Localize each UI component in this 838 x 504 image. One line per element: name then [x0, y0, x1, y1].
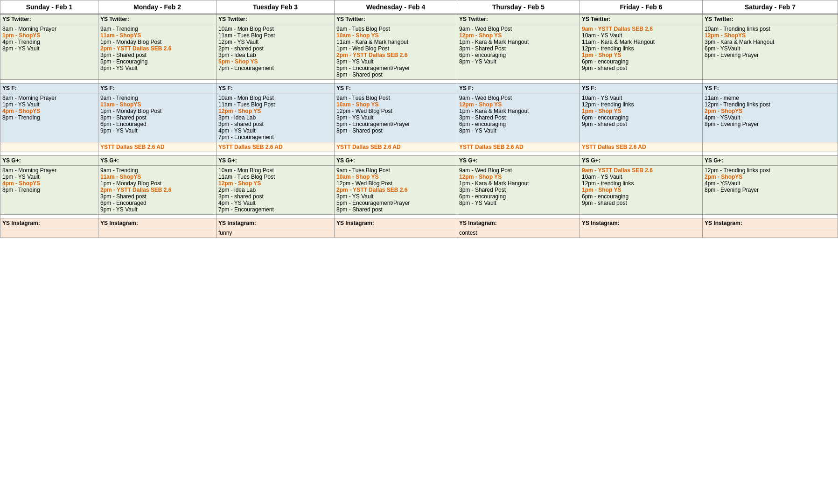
cell-line: 10am - YS Vault	[582, 174, 700, 180]
ad-cell-fri: YSTT Dallas SEB 2.6 AD	[580, 142, 703, 152]
table-cell: 9am - Tues Blog Post10am - Shop YS11am -…	[335, 24, 457, 80]
cell-line: 9am - Tues Blog Post	[336, 167, 455, 174]
table-cell: 9am - Trending11am - ShopYS1pm - Monday …	[98, 93, 216, 142]
cell-line: 9pm - YS Vault	[100, 127, 214, 134]
section-label-twitter-fri: YS Twitter:	[580, 14, 703, 24]
table-cell: 8am - Morning Prayer1pm - YS Vault4pm - …	[0, 166, 98, 215]
section-label-ysf-sun: YS F:	[0, 84, 98, 93]
cell-line: 12pm - Shop YS	[218, 108, 332, 114]
cell-line: 10am - Shop YS	[336, 101, 455, 108]
section-label-instagram-sat: YS Instagram:	[703, 218, 838, 228]
cell-line: 10am - YS Vault	[582, 95, 700, 101]
table-cell: 9am - Wed Blog Post12pm - Shop YS1pm - K…	[457, 93, 580, 142]
cell-line: 8pm - Trending	[2, 114, 96, 121]
section-label-ysf-fri: YS F:	[580, 84, 703, 93]
spacer-cell	[98, 80, 216, 84]
cell-line: 4pm - Trending	[2, 39, 96, 45]
cell-line: 11am - ShopYS	[100, 174, 214, 180]
cell-line: 2pm - ShopYS	[705, 108, 836, 114]
section-label-twitter-mon: YS Twitter:	[98, 14, 216, 24]
cell-line: 4pm - YSVault	[705, 180, 836, 187]
section-label-twitter-sun: YS Twitter:	[0, 14, 98, 24]
cell-line: 9pm - shared post	[582, 121, 700, 127]
ad-cell-sat	[703, 142, 838, 152]
table-cell: 10am - Trending links post12pm - ShopYS3…	[703, 24, 838, 80]
cell-line: 7pm - Encouragement	[218, 206, 332, 213]
cell-line: 3pm - Shared post	[100, 114, 214, 121]
cell-line: 12pm - Wed Blog Post	[336, 108, 455, 114]
cell-line: 1pm - Shop YS	[582, 52, 700, 58]
cell-line: 9am - Tues Blog Post	[336, 95, 455, 101]
table-cell: 9am - Trending11am - ShopYS1pm - Monday …	[98, 166, 216, 215]
section-label-twitter-wed: YS Twitter:	[335, 14, 457, 24]
cell-line: 12pm - YS Vault	[218, 39, 332, 45]
cell-line: 8am - Morning Prayer	[2, 26, 96, 32]
cell-line: 3pm - YS Vault	[336, 114, 455, 121]
section-label-ysf-tue: YS F:	[216, 84, 335, 93]
cell-line: 12pm - Shop YS	[459, 32, 578, 39]
cell-line: 8am - Morning Prayer	[2, 95, 96, 101]
cell-line: 3pm - YS Vault	[336, 193, 455, 200]
cell-line: 4pm - ShopYS	[2, 108, 96, 114]
cell-line: 3pm - shared post	[218, 193, 332, 200]
section-label-twitter-thu: YS Twitter:	[457, 14, 580, 24]
cell-line: 12pm - Trending links post	[705, 101, 836, 108]
cell-line: 9pm - shared post	[582, 200, 700, 206]
table-cell: 9am - YSTT Dallas SEB 2.610am - YS Vault…	[580, 24, 703, 80]
cell-line: 2pm - YSTT Dallas SEB 2.6	[100, 187, 214, 193]
cell-line: 3pm - Shared post	[100, 193, 214, 200]
cell-line: 9pm - shared post	[582, 65, 700, 71]
cell-line: 9am - Trending	[100, 167, 214, 174]
table-cell: contest	[457, 228, 580, 238]
section-label-instagram-sun: YS Instagram:	[0, 218, 98, 228]
table-cell: 9am - Tues Blog Post10am - Shop YS12pm -…	[335, 166, 457, 215]
cell-line: 6pm - encouraging	[582, 58, 700, 65]
header-sunday: Sunday - Feb 1	[0, 0, 98, 14]
table-cell: 9am - Wed Blog Post12pm - Shop YS1pm - K…	[457, 166, 580, 215]
cell-line: 8pm - YS Vault	[459, 58, 578, 65]
cell-line: 5pm - Encouraging	[100, 58, 214, 65]
cell-line: 1pm - ShopYS	[2, 32, 96, 39]
section-label-instagram-fri: YS Instagram:	[580, 218, 703, 228]
cell-line: 9am - Wed Blog Post	[459, 167, 578, 174]
cell-line: 3pm - Kara & Mark Hangout	[705, 39, 836, 45]
spacer-cell	[580, 215, 703, 218]
cell-line: 10am - Mon Blog Post	[218, 95, 332, 101]
cell-line: 8pm - Shared post	[336, 127, 455, 134]
cell-line: 11am - ShopYS	[100, 101, 214, 108]
cell-line: 6pm - Encouraged	[100, 200, 214, 206]
cell-line: 4pm - YSVault	[705, 114, 836, 121]
ad-cell-tue: YSTT Dallas SEB 2.6 AD	[216, 142, 335, 152]
cell-line: 8pm - YS Vault	[459, 200, 578, 206]
calendar-table: Sunday - Feb 1 Monday - Feb 2 Tuesday Fe…	[0, 0, 838, 238]
section-label-instagram-tue: YS Instagram:	[216, 218, 335, 228]
cell-line: 11am - Tues Blog Post	[218, 32, 332, 39]
cell-line: 1pm - Monday Blog Post	[100, 39, 214, 45]
cell-line: 2pm - shared post	[218, 45, 332, 52]
spacer-cell	[335, 80, 457, 84]
header-thursday: Thursday - Feb 5	[457, 0, 580, 14]
cell-line: 7pm - Encouragement	[218, 134, 332, 140]
cell-line: 1pm - Kara & Mark Hangout	[459, 180, 578, 187]
section-label-ysgplus-mon: YS G+:	[98, 156, 216, 166]
section-label-ysf-sat: YS F:	[703, 84, 838, 93]
table-cell: 12pm - Trending links post2pm - ShopYS4p…	[703, 166, 838, 215]
cell-line: 5pm - Shop YS	[218, 58, 332, 65]
cell-line: 1pm - YS Vault	[2, 174, 96, 180]
section-label-ysf-wed: YS F:	[335, 84, 457, 93]
section-label-instagram-thu: YS Instagram:	[457, 218, 580, 228]
table-cell	[0, 228, 98, 238]
cell-line: 8am - Morning Prayer	[2, 167, 96, 174]
cell-line: 8pm - YS Vault	[459, 127, 578, 134]
cell-line: 7pm - Encouragement	[218, 65, 332, 71]
cell-line: 12pm - Shop YS	[218, 180, 332, 187]
cell-line: 8pm - Shared post	[336, 206, 455, 213]
cell-line: 12pm - ShopYS	[705, 32, 836, 39]
cell-line: 8pm - YS Vault	[2, 45, 96, 52]
cell-line: 8pm - Evening Prayer	[705, 187, 836, 193]
cell-line: 8pm - YS Vault	[100, 65, 214, 71]
cell-line: 9am - Tues Blog Post	[336, 26, 455, 32]
cell-line: 11am - meme	[705, 95, 836, 101]
ad-cell-mon: YSTT Dallas SEB 2.6 AD	[98, 142, 216, 152]
table-cell: 9am - Tues Blog Post10am - Shop YS12pm -…	[335, 93, 457, 142]
